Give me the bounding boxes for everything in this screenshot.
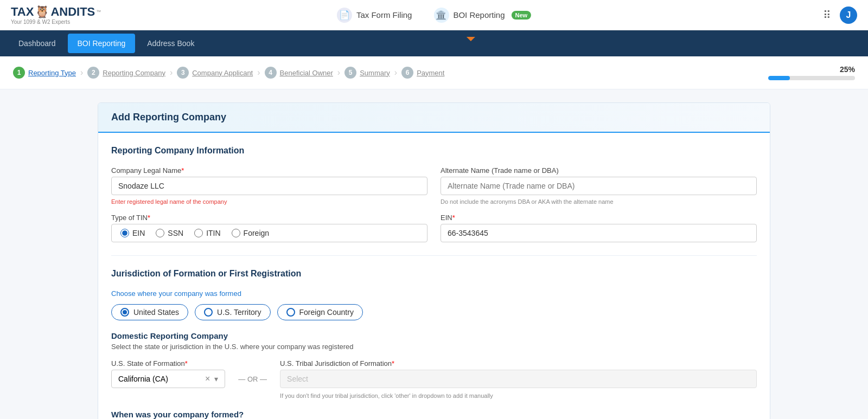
nav-boi-reporting[interactable]: BOI Reporting (68, 34, 136, 53)
step-sep-2: › (170, 68, 173, 78)
progress-bar-fill (768, 76, 790, 80)
jurisdiction-territory-label: U.S. Territory (217, 308, 261, 317)
form-row-tin: Type of TIN* EIN SSN ITIN F (111, 214, 757, 242)
step-reporting-type[interactable]: 1 Reporting Type (13, 67, 76, 79)
step-summary[interactable]: 5 Summary (344, 67, 390, 79)
main-card: Add Reporting Company Reporting Company … (98, 102, 770, 419)
form-group-legal-name: Company Legal Name* Enter registered leg… (111, 166, 427, 205)
alternate-name-input[interactable] (441, 177, 757, 195)
tin-ssn-label[interactable]: SSN (156, 229, 183, 237)
main-content: Add Reporting Company Reporting Company … (0, 89, 868, 419)
alternate-name-hint: Do not include the acronyms DBA or AKA w… (441, 198, 757, 205)
domestic-desc: Select the state or jurisdiction in the … (111, 343, 757, 351)
tribal-label: U.S. Tribal Jurisdiction of Formation* (280, 359, 757, 368)
user-avatar[interactable]: J (840, 7, 857, 24)
jurisdiction-territory-circle (204, 308, 213, 317)
tin-foreign-radio[interactable] (232, 229, 240, 237)
form-group-tin: Type of TIN* EIN SSN ITIN F (111, 214, 427, 242)
tribal-placeholder: Select (287, 375, 308, 383)
domestic-title: Domestic Reporting Company (111, 331, 757, 340)
jurisdiction-foreign-circle (286, 308, 295, 317)
steps-list: 1 Reporting Type › 2 Reporting Company ›… (13, 67, 444, 79)
form-row-state: U.S. State of Formation* × ▾ — OR — U.S.… (111, 359, 757, 399)
step1-circle: 1 (13, 67, 25, 79)
step-reporting-company[interactable]: 2 Reporting Company (87, 67, 165, 79)
card-header-title: Add Reporting Company (111, 112, 757, 123)
form-group-state: U.S. State of Formation* × ▾ (111, 359, 225, 388)
step5-circle: 5 (344, 67, 356, 79)
step-sep-4: › (337, 68, 340, 78)
jurisdiction-hint: Choose where your company was formed (111, 289, 757, 298)
new-badge: New (511, 11, 531, 20)
state-input[interactable] (116, 370, 203, 388)
ein-label: EIN* (441, 214, 757, 222)
center-nav: 📄 Tax Form Filing 🏛️ BOI Reporting New (337, 8, 531, 23)
form-group-tribal: U.S. Tribal Jurisdiction of Formation* S… (280, 359, 757, 399)
boi-arrow (467, 37, 475, 41)
step-payment[interactable]: 6 Payment (401, 67, 444, 79)
logo-tm: ™ (96, 9, 101, 15)
boi-reporting-nav[interactable]: 🏛️ BOI Reporting New (433, 8, 531, 23)
section1-title: Reporting Company Information (111, 146, 757, 156)
step3-circle: 3 (177, 67, 189, 79)
jurisdiction-foreign[interactable]: Foreign Country (277, 304, 363, 320)
tax-form-icon: 📄 (337, 8, 352, 23)
step2-label: Reporting Company (103, 69, 165, 77)
logo-owl: 🦉 (35, 5, 49, 19)
step-sep-3: › (257, 68, 260, 78)
tax-form-filing-nav[interactable]: 📄 Tax Form Filing (337, 8, 412, 23)
progress-label: 25% (840, 65, 855, 74)
step-beneficial-owner[interactable]: 4 Beneficial Owner (265, 67, 333, 79)
step4-circle: 4 (265, 67, 277, 79)
grid-icon[interactable]: ⠿ (823, 9, 831, 22)
steps-bar: 1 Reporting Type › 2 Reporting Company ›… (0, 56, 868, 89)
step4-label: Beneficial Owner (280, 69, 333, 77)
alternate-name-label: Alternate Name (Trade name or DBA) (441, 166, 757, 175)
section2-title: Jurisdiction of Formation or First Regis… (111, 269, 757, 279)
step2-circle: 2 (87, 67, 99, 79)
tin-ein-label[interactable]: EIN (120, 229, 145, 237)
nav-bar: Dashboard BOI Reporting Address Book (0, 30, 868, 56)
jurisdiction-foreign-label: Foreign Country (299, 308, 354, 317)
card-header: Add Reporting Company (98, 103, 770, 133)
ein-input[interactable] (441, 224, 757, 242)
card-body: Reporting Company Information Company Le… (98, 133, 770, 419)
step-company-applicant[interactable]: 3 Company Applicant (177, 67, 253, 79)
tin-itin-radio[interactable] (194, 229, 203, 237)
legal-name-hint: Enter registered legal name of the compa… (111, 198, 427, 205)
jurisdiction-us[interactable]: United States (111, 304, 188, 320)
logo-subtitle: Your 1099 & W2 Experts (11, 19, 70, 25)
jurisdiction-us-label: United States (133, 308, 179, 317)
tribal-hint: If you don't find your tribal jurisdicti… (280, 392, 757, 399)
formed-question: When was your company formed? (111, 410, 757, 419)
tax-form-label: Tax Form Filing (356, 10, 412, 20)
logo-tax: TAX (11, 5, 34, 19)
boi-icon: 🏛️ (433, 8, 449, 23)
form-group-ein: EIN* (441, 214, 757, 242)
step6-circle: 6 (401, 67, 413, 79)
logo-area: TAX 🦉 ANDITS ™ Your 1099 & W2 Experts (11, 5, 101, 25)
tribal-select[interactable]: Select (280, 370, 757, 388)
form-row-names: Company Legal Name* Enter registered leg… (111, 166, 757, 205)
tin-ein-radio[interactable] (120, 229, 129, 237)
step3-label: Company Applicant (192, 69, 253, 77)
nav-address-book[interactable]: Address Book (137, 34, 204, 53)
right-icons: ⠿ J (823, 7, 857, 24)
tin-foreign-label[interactable]: Foreign (232, 229, 269, 237)
tin-label: Type of TIN* (111, 214, 427, 222)
jurisdiction-territory[interactable]: U.S. Territory (195, 304, 270, 320)
tin-radio-group: EIN SSN ITIN Foreign (111, 224, 427, 242)
tin-ssn-radio[interactable] (156, 229, 164, 237)
legal-name-input[interactable] (111, 177, 427, 195)
state-select[interactable]: × ▾ (111, 370, 225, 388)
step-sep-5: › (394, 68, 397, 78)
state-clear-icon[interactable]: × (203, 374, 212, 384)
state-arrow-icon[interactable]: ▾ (212, 375, 220, 383)
progress-bar-bg (768, 76, 855, 80)
jurisdiction-us-circle (120, 308, 129, 317)
form-group-alternate-name: Alternate Name (Trade name or DBA) Do no… (441, 166, 757, 205)
nav-dashboard[interactable]: Dashboard (9, 34, 66, 53)
step1-label: Reporting Type (28, 69, 76, 77)
tin-itin-label[interactable]: ITIN (194, 229, 220, 237)
boi-label: BOI Reporting (453, 10, 505, 20)
